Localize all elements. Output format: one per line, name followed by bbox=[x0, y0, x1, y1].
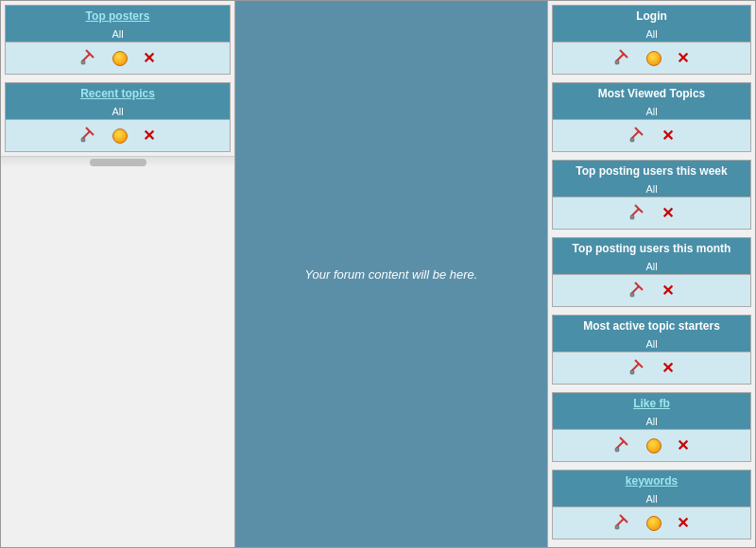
widget-top-posters: Top posters All ✕ bbox=[5, 5, 231, 75]
scroll-thumb bbox=[90, 159, 146, 166]
widget-recent-topics-header[interactable]: Recent topics bbox=[6, 83, 230, 104]
svg-rect-2 bbox=[81, 60, 85, 64]
svg-rect-14 bbox=[630, 215, 634, 219]
wrench-x-icon-r2[interactable] bbox=[629, 203, 646, 223]
widget-keywords-sub: All bbox=[553, 491, 750, 506]
right-sidebar: Login All ✕ Most Viewed Topics Al bbox=[547, 1, 755, 547]
svg-rect-20 bbox=[630, 370, 634, 374]
widget-most-viewed-sub: All bbox=[553, 104, 750, 119]
widget-most-active-starters: Most active topic starters All ✕ bbox=[552, 315, 751, 385]
wrench-x-icon-r6[interactable] bbox=[614, 513, 631, 533]
svg-rect-26 bbox=[615, 525, 619, 529]
widget-starters-sub: All bbox=[553, 336, 750, 351]
wrench-x-icon-r3[interactable] bbox=[629, 281, 646, 300]
orange-circle-icon[interactable] bbox=[112, 51, 128, 66]
svg-rect-23 bbox=[615, 448, 619, 452]
widget-like-fb-sub: All bbox=[553, 414, 750, 429]
widget-top-week-sub: All bbox=[553, 181, 750, 197]
red-x-icon-r5[interactable]: ✕ bbox=[677, 438, 689, 454]
widget-top-week-icons: ✕ bbox=[553, 197, 750, 229]
starters-title: Most active topic starters bbox=[583, 319, 720, 333]
main-layout: Top posters All ✕ Recent topics A bbox=[0, 0, 756, 548]
main-content-area: Your forum content will be here. bbox=[235, 1, 547, 547]
widget-login-icons: ✕ bbox=[553, 42, 750, 74]
red-x-icon-r4[interactable]: ✕ bbox=[662, 361, 674, 376]
widget-most-viewed-icons: ✕ bbox=[553, 119, 750, 151]
widget-top-month-header: Top posting users this month bbox=[553, 238, 750, 259]
like-fb-link[interactable]: Like fb bbox=[633, 397, 670, 410]
svg-rect-5 bbox=[81, 138, 85, 142]
widget-keywords: keywords All ✕ bbox=[552, 470, 751, 539]
red-x-icon-r3[interactable]: ✕ bbox=[662, 283, 674, 299]
red-x-icon-r2[interactable]: ✕ bbox=[662, 206, 674, 221]
widget-starters-icons: ✕ bbox=[553, 351, 750, 384]
forum-placeholder: Your forum content will be here. bbox=[305, 267, 478, 282]
top-posters-link[interactable]: Top posters bbox=[86, 9, 150, 23]
widget-keywords-icons: ✕ bbox=[553, 506, 750, 539]
widget-top-posting-month: Top posting users this month All ✕ bbox=[552, 237, 751, 307]
recent-topics-link[interactable]: Recent topics bbox=[80, 87, 155, 100]
top-month-title: Top posting users this month bbox=[573, 242, 731, 255]
widget-keywords-header[interactable]: keywords bbox=[553, 471, 750, 491]
widget-like-fb: Like fb All ✕ bbox=[552, 392, 751, 462]
top-week-title: Top posting users this week bbox=[576, 164, 727, 178]
wrench-x-icon-2[interactable] bbox=[80, 126, 97, 146]
widget-top-posters-icons: ✕ bbox=[6, 42, 230, 74]
orange-circle-icon-r0[interactable] bbox=[646, 51, 662, 66]
wrench-x-icon-r0[interactable] bbox=[614, 48, 631, 68]
widget-login-header: Login bbox=[553, 6, 750, 26]
widget-top-month-icons: ✕ bbox=[553, 274, 750, 306]
svg-rect-8 bbox=[615, 60, 619, 64]
left-sidebar: Top posters All ✕ Recent topics A bbox=[1, 1, 235, 547]
keywords-link[interactable]: keywords bbox=[626, 474, 678, 488]
most-viewed-title: Most Viewed Topics bbox=[598, 87, 706, 100]
orange-circle-icon-r6[interactable] bbox=[646, 516, 662, 531]
red-x-icon[interactable]: ✕ bbox=[143, 51, 155, 66]
widget-most-viewed-header: Most Viewed Topics bbox=[553, 83, 750, 104]
widget-recent-topics-icons: ✕ bbox=[6, 119, 230, 151]
red-x-icon-r0[interactable]: ✕ bbox=[677, 51, 689, 66]
login-title: Login bbox=[636, 9, 667, 23]
red-x-icon-2[interactable]: ✕ bbox=[143, 128, 155, 144]
svg-rect-17 bbox=[630, 293, 634, 297]
widget-login: Login All ✕ bbox=[552, 5, 751, 75]
widget-top-month-sub: All bbox=[553, 259, 750, 274]
widget-login-sub: All bbox=[553, 26, 750, 42]
widget-top-posters-header[interactable]: Top posters bbox=[6, 6, 230, 26]
svg-rect-11 bbox=[630, 138, 634, 142]
widget-top-posters-sub: All bbox=[6, 26, 230, 42]
widget-top-week-header: Top posting users this week bbox=[553, 161, 750, 181]
wrench-x-icon-r4[interactable] bbox=[629, 358, 646, 378]
widget-recent-topics: Recent topics All ✕ bbox=[5, 82, 231, 152]
orange-circle-icon-r5[interactable] bbox=[646, 438, 662, 454]
widget-most-viewed-topics: Most Viewed Topics All ✕ bbox=[552, 82, 751, 152]
red-x-icon-r6[interactable]: ✕ bbox=[677, 516, 689, 531]
wrench-x-icon-r1[interactable] bbox=[629, 126, 646, 146]
widget-starters-header: Most active topic starters bbox=[553, 316, 750, 336]
widget-like-fb-icons: ✕ bbox=[553, 429, 750, 461]
widget-recent-topics-sub: All bbox=[6, 104, 230, 119]
orange-circle-icon-2[interactable] bbox=[112, 128, 128, 144]
red-x-icon-r1[interactable]: ✕ bbox=[662, 128, 674, 144]
widget-like-fb-header[interactable]: Like fb bbox=[553, 393, 750, 414]
scrollbar-area bbox=[1, 156, 234, 167]
wrench-x-icon-r5[interactable] bbox=[614, 436, 631, 455]
wrench-x-icon[interactable] bbox=[80, 48, 97, 68]
widget-top-posting-week: Top posting users this week All ✕ bbox=[552, 160, 751, 230]
